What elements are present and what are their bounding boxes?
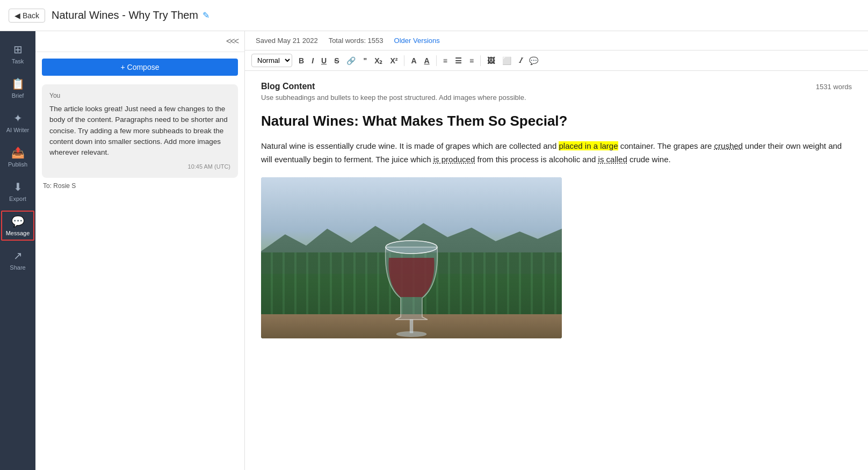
sidebar-item-export[interactable]: ⬇ Export	[0, 175, 35, 207]
message-bubble: You The article looks great! Just need a…	[42, 84, 238, 178]
total-words: Total words: 1553	[329, 37, 384, 45]
sidebar-item-ai-writer[interactable]: ✦ AI Writer	[0, 106, 35, 139]
wine-image	[261, 177, 562, 338]
align-button[interactable]: ≡	[466, 54, 477, 67]
compose-button[interactable]: + Compose	[42, 59, 238, 76]
sidebar-label-task: Task	[12, 58, 24, 64]
share-icon: ↗	[13, 249, 23, 262]
highlight-button[interactable]: A	[421, 54, 433, 67]
underlined-text-produced: is produced	[433, 155, 475, 164]
toolbar-divider-3	[480, 55, 481, 66]
message-icon: 💬	[11, 215, 25, 228]
editor-meta-bar: Saved May 21 2022 Total words: 1553 Olde…	[245, 31, 868, 50]
sidebar-item-publish[interactable]: 📤 Publish	[0, 141, 35, 173]
collapse-button[interactable]: <<<	[226, 37, 238, 46]
text-color-button[interactable]: A	[408, 54, 419, 67]
sidebar-label-publish: Publish	[8, 161, 27, 168]
blog-word-count: 1531 words	[816, 83, 852, 91]
blog-content-title: Blog Content	[261, 82, 315, 91]
message-area: You The article looks great! Just need a…	[35, 80, 244, 470]
sidebar-item-message[interactable]: 💬 Message	[0, 209, 35, 242]
older-versions-link[interactable]: Older Versions	[394, 37, 440, 45]
task-icon: ⊞	[13, 43, 23, 56]
sidebar-label-ai-writer: AI Writer	[6, 127, 30, 133]
italic-button[interactable]: I	[308, 54, 317, 67]
wine-glass-svg	[379, 199, 444, 338]
svg-rect-1	[410, 320, 413, 333]
publish-icon: 📤	[11, 146, 25, 159]
sidebar-label-share: Share	[10, 264, 25, 271]
format-button[interactable]: 𝐼	[516, 54, 525, 67]
blockquote-button[interactable]: "	[360, 54, 370, 67]
saved-status: Saved May 21 2022	[256, 37, 318, 45]
sidebar-label-message: Message	[6, 230, 30, 236]
panel-header: <<<	[35, 31, 244, 52]
bold-button[interactable]: B	[295, 54, 307, 67]
page-title: Natural Wines - Why Try Them ✎	[52, 9, 209, 21]
message-to: To: Rosie S	[42, 182, 238, 190]
ai-writer-icon: ✦	[13, 112, 23, 125]
message-from: You	[49, 91, 230, 100]
back-button[interactable]: ◀ Back	[9, 9, 45, 23]
underlined-text-crushed: crushed	[714, 141, 743, 150]
page-title-text: Natural Wines - Why Try Them	[52, 9, 198, 21]
superscript-button[interactable]: X²	[387, 54, 401, 67]
subscript-button[interactable]: X₂	[371, 54, 386, 67]
sidebar: ⊞ Task 📋 Brief ✦ AI Writer 📤 Publish ⬇ E…	[0, 31, 35, 470]
content-area[interactable]: Blog Content 1531 words Use subheadings …	[245, 71, 868, 470]
message-body: The article looks great! Just need a few…	[49, 104, 230, 158]
svg-point-2	[396, 331, 426, 337]
sidebar-item-brief[interactable]: 📋 Brief	[0, 72, 35, 104]
editor-area: Saved May 21 2022 Total words: 1553 Olde…	[245, 31, 868, 470]
image-button[interactable]: 🖼	[484, 54, 498, 67]
underline-button[interactable]: U	[318, 54, 330, 67]
topbar: ◀ Back Natural Wines - Why Try Them ✎	[0, 0, 868, 31]
ordered-list-button[interactable]: ≡	[440, 54, 451, 67]
message-panel: <<< + Compose You The article looks grea…	[35, 31, 245, 470]
underlined-text-called: is called	[598, 155, 627, 164]
export-icon: ⬇	[13, 180, 23, 193]
brief-icon: 📋	[11, 77, 25, 90]
sidebar-item-share[interactable]: ↗ Share	[0, 244, 35, 276]
editor-toolbar: Normal B I U S 🔗 " X₂ X² A A ≡ ☰ ≡ 🖼 ⬜ 𝐼…	[245, 50, 868, 71]
style-select[interactable]: Normal	[251, 54, 292, 67]
table-button[interactable]: ⬜	[499, 54, 515, 67]
message-time: 10:45 AM (UTC)	[49, 162, 230, 171]
main-layout: ⊞ Task 📋 Brief ✦ AI Writer 📤 Publish ⬇ E…	[0, 31, 868, 470]
unordered-list-button[interactable]: ☰	[452, 54, 465, 67]
strikethrough-button[interactable]: S	[331, 54, 342, 67]
article-heading: Natural Wines: What Makes Them So Specia…	[261, 112, 852, 131]
sidebar-label-brief: Brief	[12, 92, 24, 99]
sidebar-item-task[interactable]: ⊞ Task	[0, 38, 35, 70]
edit-icon[interactable]: ✎	[202, 10, 209, 20]
toolbar-divider-2	[436, 55, 437, 66]
sidebar-label-export: Export	[9, 196, 26, 202]
comment-button[interactable]: 💬	[526, 54, 541, 67]
blog-content-hint: Use subheadings and bullets to keep the …	[261, 93, 852, 102]
toolbar-divider-1	[404, 55, 404, 66]
highlighted-text: placed in a large	[559, 141, 618, 150]
blog-content-header: Blog Content 1531 words	[261, 82, 852, 91]
link-button[interactable]: 🔗	[343, 54, 359, 67]
article-body: Natural wine is essentially crude wine. …	[261, 139, 852, 167]
